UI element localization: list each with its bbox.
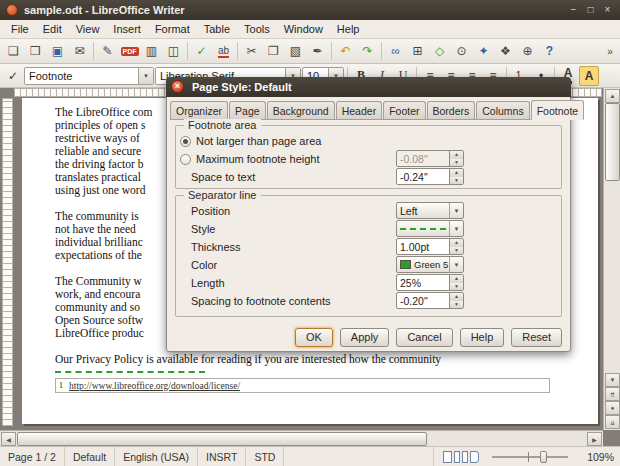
draw-functions-icon[interactable]: ◇	[429, 41, 450, 61]
footnote-link[interactable]: http://www.libreoffice.org/download/lice…	[69, 381, 240, 391]
scroll-down-icon[interactable]: ▼	[605, 373, 620, 387]
vertical-scroll-thumb[interactable]	[605, 103, 620, 181]
spacing-field[interactable]: -0.20" ▲▼	[396, 292, 464, 309]
status-insert-mode[interactable]: INSRT	[198, 447, 246, 466]
maximize-button[interactable]: □	[582, 0, 599, 20]
spin-down-icon[interactable]: ▼	[450, 301, 463, 309]
spin-up-icon[interactable]: ▲	[450, 293, 463, 301]
zoom-icon[interactable]: ⊕	[517, 41, 538, 61]
hyperlink-icon[interactable]: ∞	[385, 41, 406, 61]
horizontal-scroll-thumb[interactable]	[17, 432, 427, 446]
previous-page-icon[interactable]: ⇈	[605, 387, 620, 401]
gallery-icon[interactable]: ❖	[495, 41, 516, 61]
view-single-page-icon[interactable]	[443, 451, 452, 463]
reset-button[interactable]: Reset	[511, 328, 562, 347]
menu-insert[interactable]: Insert	[106, 20, 148, 38]
spin-down-icon[interactable]: ▼	[450, 283, 463, 291]
next-page-icon[interactable]: ⇊	[605, 415, 620, 429]
edit-file-icon[interactable]: ✎	[97, 41, 118, 61]
zoom-slider[interactable]	[488, 447, 572, 466]
view-book-icon[interactable]	[470, 451, 479, 463]
scroll-left-icon[interactable]: ◀	[1, 432, 16, 446]
open-icon[interactable]: ❒	[25, 41, 46, 61]
tab-header[interactable]: Header	[336, 101, 382, 119]
menu-edit[interactable]: Edit	[36, 20, 69, 38]
toolbar-overflow-icon[interactable]: »	[603, 41, 617, 61]
spelling-icon[interactable]: ✓	[191, 41, 212, 61]
export-pdf-icon[interactable]: PDF	[119, 41, 140, 61]
copy-icon[interactable]: ❐	[263, 41, 284, 61]
tab-footnote[interactable]: Footnote	[531, 100, 584, 120]
new-document-icon[interactable]: ❏	[3, 41, 24, 61]
view-multi-page-icon[interactable]	[462, 451, 468, 463]
chevron-down-icon[interactable]: ▼	[138, 68, 153, 84]
menu-help[interactable]: Help	[330, 20, 367, 38]
auto-spellcheck-icon[interactable]: ab	[213, 41, 234, 61]
close-button[interactable]: ×	[599, 0, 616, 20]
tab-organizer[interactable]: Organizer	[170, 101, 228, 119]
zoom-slider-thumb[interactable]	[540, 451, 547, 463]
navigator-icon[interactable]: ✦	[473, 41, 494, 61]
menu-tools[interactable]: Tools	[237, 20, 277, 38]
status-page-style[interactable]: Default	[65, 447, 115, 466]
chevron-down-icon[interactable]: ▼	[449, 257, 463, 272]
length-field[interactable]: 25% ▲▼	[396, 274, 464, 291]
highlighting-button[interactable]: A	[579, 66, 599, 86]
tab-background[interactable]: Background	[267, 101, 335, 119]
space-to-text-field[interactable]: -0.24" ▲▼	[396, 168, 464, 185]
page-preview-icon[interactable]: ◫	[163, 41, 184, 61]
chevron-down-icon[interactable]: ▼	[449, 221, 463, 236]
undo-icon[interactable]: ↶	[335, 41, 356, 61]
style-dropdown[interactable]: ▼	[396, 220, 464, 237]
color-dropdown[interactable]: Green 5 ▼	[396, 256, 464, 273]
menu-table[interactable]: Table	[197, 20, 237, 38]
navigation-icon[interactable]: ●	[605, 401, 620, 415]
spin-up-icon[interactable]: ▲	[450, 275, 463, 283]
insert-table-icon[interactable]: ⊞	[407, 41, 428, 61]
save-icon[interactable]: ▣	[47, 41, 68, 61]
redo-icon[interactable]: ↷	[357, 41, 378, 61]
dialog-close-icon[interactable]: ×	[171, 80, 184, 93]
paste-icon[interactable]: ▧	[285, 41, 306, 61]
find-replace-icon[interactable]: ⊙	[451, 41, 472, 61]
vertical-scrollbar[interactable]: ▲ ▼ ⇈ ● ⇊	[603, 88, 620, 430]
scroll-up-icon[interactable]: ▲	[605, 89, 620, 103]
styles-toggle-icon[interactable]: ✓	[3, 66, 23, 86]
apply-button[interactable]: Apply	[340, 328, 390, 347]
paragraph-style-combo[interactable]: Footnote ▼	[24, 67, 154, 85]
minimize-button[interactable]: −	[565, 0, 582, 20]
scroll-right-icon[interactable]: ▶	[587, 432, 602, 446]
tab-page[interactable]: Page	[229, 101, 266, 119]
help-button[interactable]: Help	[460, 328, 505, 347]
status-page-number[interactable]: Page 1 / 2	[0, 447, 65, 466]
view-multi-page-icon[interactable]	[454, 451, 460, 463]
spin-down-icon[interactable]: ▼	[450, 247, 463, 255]
menu-format[interactable]: Format	[148, 20, 197, 38]
ok-button[interactable]: OK	[295, 328, 333, 347]
menu-file[interactable]: File	[4, 20, 36, 38]
spin-up-icon[interactable]: ▲	[450, 169, 463, 177]
horizontal-scrollbar[interactable]: ◀ ▶	[0, 430, 603, 446]
print-icon[interactable]: ▥	[141, 41, 162, 61]
zoom-slider-track[interactable]	[492, 456, 568, 458]
menu-window[interactable]: Window	[277, 20, 330, 38]
vertical-ruler[interactable]	[2, 98, 13, 426]
position-dropdown[interactable]: Left ▼	[396, 202, 464, 219]
dialog-titlebar[interactable]: × Page Style: Default	[166, 77, 571, 97]
zoom-level[interactable]: 109%	[572, 451, 620, 463]
max-height-radio[interactable]	[180, 154, 191, 165]
cancel-button[interactable]: Cancel	[396, 328, 452, 347]
status-selection-mode[interactable]: STD	[246, 447, 284, 466]
status-language[interactable]: English (USA)	[115, 447, 198, 466]
cut-icon[interactable]: ✂	[241, 41, 262, 61]
tab-columns[interactable]: Columns	[476, 101, 529, 119]
email-icon[interactable]: ✉	[69, 41, 90, 61]
menu-view[interactable]: View	[69, 20, 107, 38]
spin-down-icon[interactable]: ▼	[450, 177, 463, 185]
clone-formatting-icon[interactable]: ✒	[307, 41, 328, 61]
spin-up-icon[interactable]: ▲	[450, 239, 463, 247]
not-larger-radio[interactable]	[180, 136, 191, 147]
tab-footer[interactable]: Footer	[383, 101, 425, 119]
tab-borders[interactable]: Borders	[427, 101, 476, 119]
thickness-field[interactable]: 1.00pt ▲▼	[396, 238, 464, 255]
